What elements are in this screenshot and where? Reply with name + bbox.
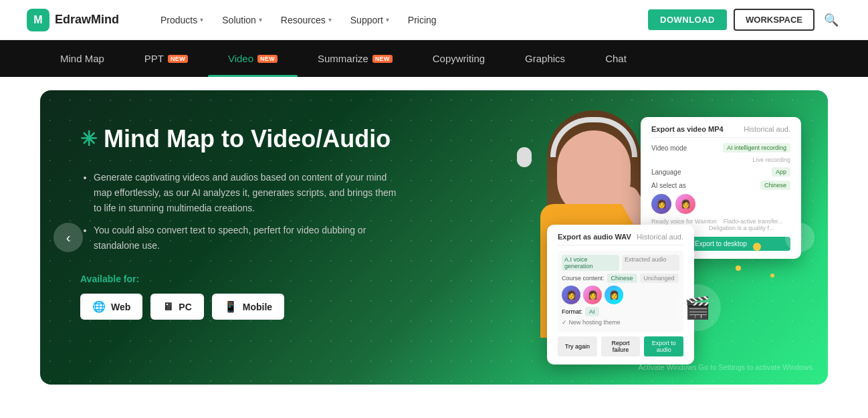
scroll-right-button[interactable]: › (785, 223, 815, 252)
ai-select-row: AI select as Chinese (651, 181, 790, 190)
voice-avatars: 👩 👩 (651, 194, 790, 214)
new-badge: NEW (257, 55, 278, 63)
title-icon: ✳ (80, 126, 97, 152)
tab-ppt[interactable]: PPT NEW (124, 40, 208, 77)
hero-visual: Export as video MP4 Historical aud. Vide… (360, 90, 828, 385)
video-mode-row: Video mode AI intelligent recording (651, 143, 790, 152)
available-label: Available for: (80, 274, 401, 284)
hero-section: ‹ ✳ Mind Map to Video/Audio Generate cap… (40, 90, 828, 385)
nav-actions: DOWNLOAD WORKSPACE 🔍 (648, 9, 841, 31)
chevron-down-icon: ▾ (259, 16, 262, 23)
tab-mind-map[interactable]: Mind Map (40, 40, 124, 77)
chevron-down-icon: ▾ (200, 16, 203, 23)
platform-buttons: 🌐 Web 🖥 PC 📱 Mobile (80, 294, 401, 320)
scroll-left-button[interactable]: ‹ (53, 223, 83, 252)
export-audio-card: Export as audio WAV Historical aud. A.I … (547, 225, 694, 364)
tab-copywriting[interactable]: Copywriting (413, 40, 505, 77)
top-navigation: M EdrawMind Products ▾ Solution ▾ Resour… (0, 0, 868, 40)
chevron-down-icon: ▾ (328, 16, 332, 23)
voice-avatar-1: 👩 (651, 194, 671, 214)
nav-item-solution[interactable]: Solution ▾ (214, 9, 270, 31)
platform-mobile-button[interactable]: 📱 Mobile (212, 294, 284, 320)
voice-avatar-2: 👩 (675, 194, 695, 214)
workspace-button[interactable]: WORKSPACE (734, 9, 815, 31)
nav-links: Products ▾ Solution ▾ Resources ▾ Suppor… (152, 9, 628, 31)
logo[interactable]: M EdrawMind (27, 9, 119, 31)
export-audio-title: Export as audio WAV Historical aud. (558, 233, 683, 245)
brand-name: EdrawMind (55, 13, 119, 27)
nav-item-resources[interactable]: Resources ▾ (273, 9, 340, 31)
language-row: Language App (651, 167, 790, 177)
nav-item-support[interactable]: Support ▾ (342, 9, 397, 31)
recording-row: Live recording (651, 156, 790, 163)
mobile-icon: 📱 (224, 300, 237, 313)
hero-bullets: Generate captivating videos and audios b… (80, 170, 401, 253)
hero-bullet-2: You could also convert text to speech, p… (94, 223, 401, 253)
decoration-dot-2 (736, 266, 741, 271)
secondary-navigation: Mind Map PPT NEW Video NEW Summarize NEW… (0, 40, 868, 77)
hero-bullet-1: Generate captivating videos and audios b… (94, 170, 401, 216)
watermark-text: Activate Windows Go to Settings to activ… (638, 363, 815, 371)
hero-title: ✳ Mind Map to Video/Audio (80, 124, 401, 154)
film-reel-icon: 🎬 (674, 284, 721, 331)
chevron-down-icon: ▾ (386, 16, 389, 23)
decoration-dot-3 (770, 274, 774, 278)
tab-summarize[interactable]: Summarize NEW (298, 40, 413, 77)
new-badge: NEW (168, 55, 188, 63)
logo-icon: M (27, 9, 49, 31)
nav-item-products[interactable]: Products ▾ (152, 9, 211, 31)
search-button[interactable]: 🔍 (821, 10, 841, 30)
nav-item-pricing[interactable]: Pricing (400, 9, 445, 31)
search-icon: 🔍 (824, 13, 839, 27)
platform-pc-button[interactable]: 🖥 PC (150, 294, 203, 320)
try-again-button[interactable]: Try again (558, 336, 597, 356)
download-button[interactable]: DOWNLOAD (648, 9, 727, 30)
globe-icon: 🌐 (92, 300, 106, 313)
new-badge: NEW (372, 55, 393, 63)
monitor-icon: 🖥 (162, 301, 173, 313)
tab-graphics[interactable]: Graphics (505, 40, 585, 77)
decoration-dot-1 (753, 243, 761, 251)
tab-chat[interactable]: Chat (585, 40, 647, 77)
tab-video[interactable]: Video NEW (208, 40, 298, 77)
hero-content: ✳ Mind Map to Video/Audio Generate capti… (80, 124, 401, 320)
report-failure-button[interactable]: Report failure (601, 336, 641, 356)
export-video-title: Export as video MP4 Historical aud. (651, 125, 790, 138)
platform-web-button[interactable]: 🌐 Web (80, 294, 142, 320)
export-to-audio-button[interactable]: Export to audio (644, 336, 683, 356)
